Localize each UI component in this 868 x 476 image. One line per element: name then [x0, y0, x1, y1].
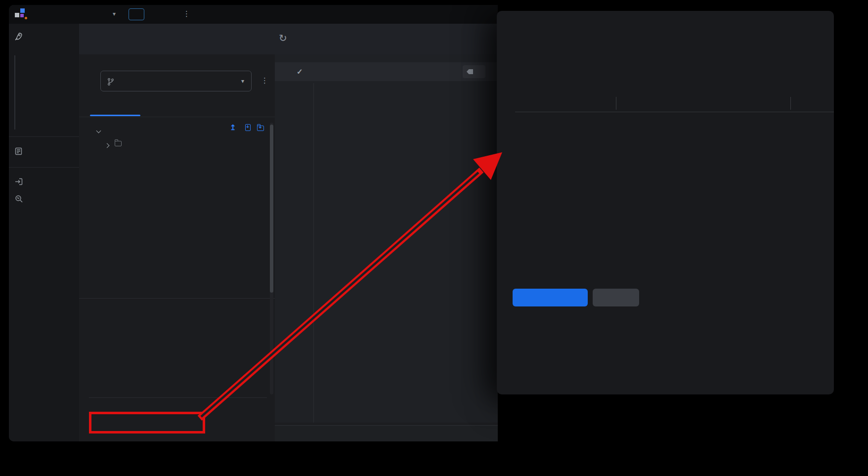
code-editor: ✓	[275, 54, 498, 423]
code-samples-icon	[15, 146, 22, 155]
branch-version-dropdown[interactable]: ▾	[100, 71, 252, 91]
app-window: ▾ ⋮	[9, 5, 498, 441]
commit-bar: ✓	[275, 62, 498, 81]
column-divider	[616, 97, 616, 110]
top-bar: ▾ ⋮	[9, 5, 498, 24]
nav-connector-line	[14, 55, 15, 130]
sidebar-item-code-samples[interactable]	[9, 143, 79, 158]
annotation-rectangle	[89, 412, 205, 433]
sidebar-item-data-explorer[interactable]	[9, 191, 79, 206]
check-icon: ✓	[297, 67, 303, 76]
save-changes-button[interactable]	[513, 289, 588, 306]
column-divider	[790, 97, 791, 110]
secrets-management-panel	[497, 11, 834, 394]
table-header-border	[515, 112, 834, 112]
console-bar	[275, 425, 498, 441]
gear-icon	[15, 441, 23, 441]
chevron-right-icon[interactable]	[105, 140, 109, 149]
divider	[9, 136, 79, 137]
scrollbar-thumb[interactable]	[270, 125, 273, 293]
environment-badge[interactable]	[129, 8, 144, 20]
chevron-down-icon[interactable]	[97, 126, 100, 134]
divider	[9, 167, 79, 168]
divider	[79, 298, 275, 299]
upload-file-icon[interactable]: ↥	[230, 123, 236, 132]
chevron-down-icon: ▾	[241, 71, 244, 91]
new-folder-icon[interactable]	[257, 124, 264, 133]
branch-icon	[107, 77, 114, 86]
cancel-button[interactable]	[593, 289, 639, 306]
persisted-data-icon	[15, 177, 23, 186]
tag-chip[interactable]	[463, 65, 485, 78]
divider	[89, 397, 267, 398]
chevron-down-icon: ▾	[113, 10, 116, 17]
application-kebab-icon[interactable]: ⋮	[261, 76, 268, 85]
sidebar-item-settings[interactable]	[9, 438, 79, 441]
sidebar-item-persisted-data[interactable]	[9, 174, 79, 189]
refresh-icon[interactable]: ↻	[279, 32, 287, 44]
rocket-icon	[14, 32, 23, 41]
application-header: ↻	[79, 24, 498, 54]
topbar-menu-kebab-icon[interactable]: ⋮	[183, 9, 191, 18]
tag-icon	[467, 69, 473, 74]
divider	[79, 117, 275, 117]
new-file-icon[interactable]	[245, 124, 251, 133]
folder-row-src[interactable]	[79, 136, 275, 149]
file-panel: ▾ ⋮ ↥	[79, 54, 275, 441]
data-explorer-icon	[15, 194, 23, 203]
gutter-divider	[313, 83, 314, 423]
folder-icon	[115, 139, 122, 148]
tree-root-application-files[interactable]: ↥	[79, 122, 275, 135]
sidebar	[9, 24, 79, 441]
active-tab-underline	[90, 115, 140, 116]
